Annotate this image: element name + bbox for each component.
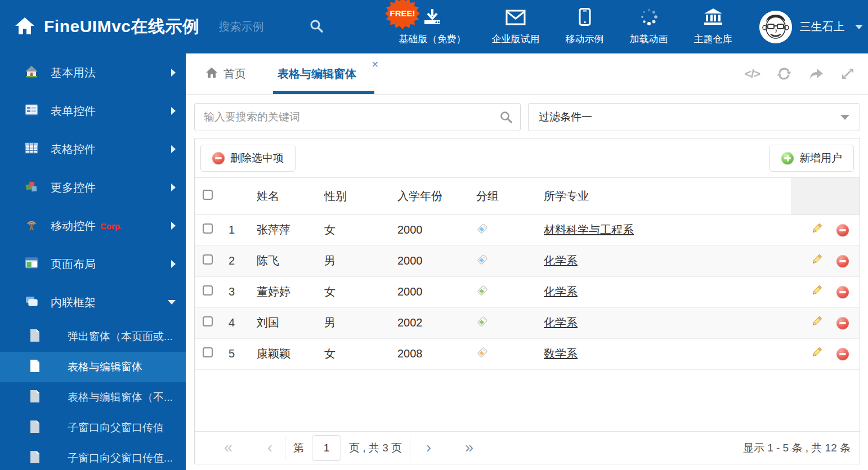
file-icon — [29, 450, 41, 467]
free-badge: FREE! — [384, 0, 420, 30]
main-content: 首页 表格与编辑窗体 ✕ </> — [186, 53, 868, 470]
layout-icon — [25, 257, 38, 271]
delete-row-icon[interactable] — [836, 255, 849, 267]
delete-row-icon[interactable] — [836, 224, 849, 236]
sidebar-subitem-label: 子窗口向父窗口传值 — [68, 420, 164, 435]
row-number: 3 — [220, 276, 248, 307]
edit-pencil-icon[interactable] — [811, 346, 823, 361]
sidebar-item-grid-controls[interactable]: 表格控件 — [0, 130, 186, 168]
users-table: 姓名 性别 入学年份 分组 所学专业 1 张萍萍 女 2000 — [195, 178, 860, 370]
house-icon — [25, 65, 38, 80]
minus-circle-icon — [212, 152, 225, 164]
sidebar-item-label: 移动控件 — [51, 218, 96, 234]
prev-page-button[interactable]: ‹ — [263, 440, 277, 455]
search-icon[interactable] — [499, 110, 513, 126]
nav-label: 企业版试用 — [492, 33, 540, 46]
page-number-input[interactable] — [312, 435, 341, 461]
major-link[interactable]: 数学系 — [544, 347, 578, 360]
first-page-button[interactable]: « — [220, 440, 237, 455]
filter-dropdown[interactable]: 过滤条件一 — [528, 103, 860, 131]
search-icon[interactable] — [309, 19, 324, 35]
column-name: 姓名 — [248, 178, 316, 214]
row-checkbox[interactable] — [203, 223, 213, 234]
chevron-down-icon — [168, 300, 176, 305]
header-search-input[interactable] — [219, 20, 309, 33]
divider — [410, 436, 410, 460]
sidebar-item-label: 表格控件 — [51, 142, 96, 157]
sidebar-subitem-popup-window[interactable]: 弹出窗体（本页面或... — [0, 321, 186, 352]
cell-name: 董婷婷 — [248, 276, 316, 307]
cell-year: 2000 — [389, 214, 468, 245]
cell-group — [468, 338, 535, 369]
sidebar-item-form-controls[interactable]: 表单控件 — [0, 92, 186, 130]
expand-icon[interactable] — [841, 67, 854, 80]
major-link[interactable]: 化学系 — [544, 254, 578, 267]
next-page-button[interactable]: › — [422, 440, 436, 455]
share-icon[interactable] — [808, 67, 824, 80]
sidebar-subitem-grid-edit-window-2[interactable]: 表格与编辑窗体（不... — [0, 382, 186, 413]
edit-pencil-icon[interactable] — [811, 284, 823, 299]
row-checkbox[interactable] — [203, 254, 213, 265]
plus-circle-icon — [781, 152, 794, 164]
major-link[interactable]: 化学系 — [544, 316, 578, 329]
sidebar-subitem-grid-edit-window[interactable]: 表格与编辑窗体 — [0, 352, 186, 382]
delete-row-icon[interactable] — [836, 348, 849, 360]
phone-icon — [579, 8, 591, 28]
chevron-right-icon — [171, 222, 176, 230]
corp-badge: Corp. — [100, 221, 122, 231]
sidebar: 基本用法 表单控件 表格控件 更多控件 — [0, 53, 186, 470]
cell-major: 材料科学与工程系 — [535, 214, 791, 245]
cell-actions — [791, 276, 860, 307]
select-all-checkbox[interactable] — [203, 190, 213, 200]
page-prefix: 第 — [293, 441, 304, 455]
record-summary: 显示 1 - 5 条 , 共 12 条 — [743, 441, 851, 455]
delete-row-icon[interactable] — [836, 317, 849, 329]
keyword-search-input[interactable] — [194, 103, 521, 131]
cell-name: 康颖颖 — [248, 338, 316, 369]
delete-selected-button[interactable]: 删除选中项 — [200, 145, 296, 172]
column-major: 所学专业 — [535, 178, 791, 214]
app-logo[interactable]: FineUIMvc在线示例 — [0, 15, 200, 38]
major-link[interactable]: 化学系 — [544, 285, 578, 298]
sidebar-item-iframe[interactable]: 内联框架 — [0, 283, 186, 321]
major-link[interactable]: 材料科学与工程系 — [544, 223, 634, 236]
last-page-button[interactable]: » — [460, 440, 478, 455]
delete-row-icon[interactable] — [836, 286, 849, 298]
cubes-icon — [25, 180, 38, 195]
tag-icon — [476, 346, 489, 359]
row-checkbox[interactable] — [203, 316, 213, 326]
nav-label: 主题仓库 — [694, 33, 732, 46]
user-menu[interactable]: 三生石上 — [759, 11, 863, 43]
envelope-icon — [505, 9, 526, 28]
sidebar-subitem-label: 弹出窗体（本页面或... — [68, 329, 173, 344]
row-checkbox[interactable] — [203, 285, 213, 296]
nav-item-loading-animation[interactable]: 加载动画 — [630, 8, 668, 46]
avatar — [759, 11, 792, 43]
tab-grid-edit-window[interactable]: 表格与编辑窗体 ✕ — [275, 53, 371, 94]
row-checkbox[interactable] — [203, 347, 213, 357]
tab-home[interactable]: 首页 — [205, 53, 246, 94]
nav-item-enterprise-trial[interactable]: 企业版试用 — [492, 9, 540, 46]
edit-pencil-icon[interactable] — [811, 315, 823, 330]
column-group: 分组 — [468, 178, 535, 214]
keyword-search — [194, 103, 521, 131]
close-icon[interactable]: ✕ — [372, 60, 379, 69]
refresh-icon[interactable] — [777, 67, 791, 80]
add-user-button[interactable]: 新增用户 — [769, 145, 854, 172]
sidebar-subitem-child-to-parent[interactable]: 子窗口向父窗口传值 — [0, 413, 186, 443]
sidebar-item-mobile-controls[interactable]: 移动控件 Corp. — [0, 207, 186, 245]
sidebar-item-page-layout[interactable]: 页面布局 — [0, 245, 186, 283]
sidebar-item-more-controls[interactable]: 更多控件 — [0, 168, 186, 207]
cell-gender: 男 — [316, 307, 389, 338]
sidebar-item-basic-usage[interactable]: 基本用法 — [0, 53, 186, 92]
table-row: 5 康颖颖 女 2008 数学系 — [195, 338, 860, 369]
edit-pencil-icon[interactable] — [811, 253, 823, 268]
cell-name: 张萍萍 — [248, 214, 316, 245]
nav-item-theme-repo[interactable]: 主题仓库 — [694, 8, 732, 46]
sidebar-subitem-child-to-parent-2[interactable]: 子窗口向父窗口传值... — [0, 443, 186, 470]
filter-dropdown-value: 过滤条件一 — [539, 110, 592, 124]
source-code-icon[interactable]: </> — [745, 67, 760, 80]
edit-pencil-icon[interactable] — [811, 222, 823, 238]
nav-item-mobile-demo[interactable]: 移动示例 — [566, 8, 604, 46]
cell-gender: 女 — [316, 338, 389, 369]
